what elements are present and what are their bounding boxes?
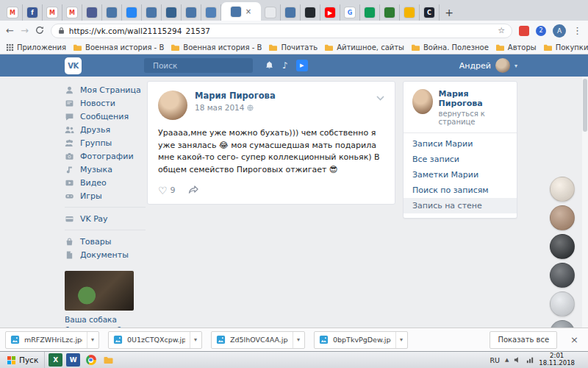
browser-tab[interactable] — [301, 4, 320, 21]
tray-overflow-icon[interactable]: ▲ — [505, 357, 509, 363]
start-button[interactable]: Пуск — [1, 352, 45, 368]
back-to-page-link[interactable]: вернуться к странице — [439, 110, 508, 126]
browser-tab[interactable] — [122, 4, 142, 21]
refresh-button[interactable] — [35, 26, 44, 36]
friend-avatar[interactable] — [550, 291, 575, 316]
bookmark-folder[interactable]: Авторы — [495, 43, 537, 52]
download-menu-icon[interactable]: ▾ — [293, 332, 300, 348]
download-menu-icon[interactable]: ▾ — [190, 332, 197, 348]
back-button[interactable]: ← — [6, 26, 14, 35]
download-item[interactable]: 0U1zCTQXcpw.jpg ▾ — [108, 331, 202, 349]
download-menu-icon[interactable]: ▾ — [87, 332, 94, 348]
music-icon[interactable]: ♪ — [282, 61, 288, 70]
menu-item-notes[interactable]: Заметки Марии — [404, 167, 517, 183]
friend-avatar[interactable] — [550, 177, 575, 202]
notifications-bell-icon[interactable] — [265, 60, 274, 71]
menu-item-wall-post-active[interactable]: Запись на стене — [404, 198, 517, 213]
browser-tab[interactable]: M — [43, 4, 62, 21]
close-downloads-icon[interactable]: × — [570, 334, 578, 345]
post-date[interactable]: 18 мая 2014 — [195, 103, 276, 112]
ad-title[interactable]: Ваша собака боится шума? — [65, 315, 134, 328]
extension-badge-icon[interactable]: 2 — [536, 26, 546, 36]
right-menu-avatar[interactable] — [412, 89, 433, 114]
sidebar-ad[interactable]: Ваша собака боится шума? sileo.ru — [65, 271, 134, 328]
scrollbar-thumb[interactable] — [583, 79, 587, 132]
menu-item-search-posts[interactable]: Поиск по записям — [404, 183, 517, 198]
sidebar-item-messages[interactable]: Сообщения — [65, 110, 146, 123]
bookmark-folder[interactable]: Военная история - В — [73, 43, 164, 52]
menu-item-all-posts[interactable]: Все записи — [404, 152, 517, 167]
bookmark-folder[interactable]: Почитать — [268, 43, 318, 52]
excel-taskbar-icon[interactable]: X — [49, 353, 62, 367]
video-play-icon[interactable]: ▶ — [296, 60, 308, 71]
speaker-icon[interactable] — [514, 356, 521, 364]
search-input[interactable] — [153, 61, 250, 70]
browser-tab[interactable] — [142, 4, 162, 21]
browser-tab[interactable]: M — [3, 4, 23, 21]
explorer-taskbar-icon[interactable] — [101, 353, 115, 367]
vk-logo[interactable]: VK — [65, 57, 82, 74]
chrome-taskbar-icon[interactable] — [84, 353, 98, 367]
browser-tab-active[interactable]: × — [221, 2, 261, 21]
page-scrollbar[interactable] — [582, 77, 588, 328]
browser-tab[interactable] — [102, 4, 122, 21]
sidebar-item-docs[interactable]: Документы — [65, 248, 146, 261]
bookmark-folder[interactable]: Военная история - В — [171, 43, 262, 52]
post-menu-button[interactable] — [376, 91, 384, 120]
bookmark-apps[interactable]: Приложения — [6, 43, 66, 52]
browser-tab[interactable] — [201, 4, 221, 21]
address-bar[interactable]: ☆ — [51, 24, 512, 38]
tab-close-icon[interactable]: × — [245, 8, 251, 15]
browser-tab[interactable]: f — [23, 4, 43, 21]
download-menu-icon[interactable]: ▾ — [395, 332, 403, 348]
browser-tab[interactable] — [360, 4, 380, 21]
bookmark-star-icon[interactable]: ☆ — [498, 26, 505, 35]
browser-tab[interactable]: G — [340, 4, 360, 21]
browser-tab[interactable] — [380, 4, 400, 21]
friend-avatar[interactable] — [550, 320, 575, 328]
friend-avatar[interactable] — [550, 263, 575, 288]
browser-menu-icon[interactable]: ⋮ — [573, 25, 582, 36]
right-menu-name[interactable]: Мария Пирогова — [439, 89, 508, 108]
share-button[interactable] — [187, 184, 200, 197]
forward-button[interactable]: → — [21, 26, 29, 35]
show-all-downloads-button[interactable]: Показать все — [490, 331, 557, 349]
download-item[interactable]: mRFZWHriLzc.jpg ▾ — [5, 331, 99, 349]
sidebar-item-vkpay[interactable]: VK Pay — [65, 212, 146, 225]
like-button[interactable]: ♡ 9 — [158, 185, 176, 196]
post-author-name[interactable]: Мария Пирогова — [195, 91, 276, 101]
browser-tab[interactable] — [162, 4, 182, 21]
url-input[interactable] — [69, 26, 493, 35]
browser-tab[interactable] — [400, 4, 420, 21]
extension-red-icon[interactable] — [519, 26, 529, 36]
sidebar-item-games[interactable]: Игры — [65, 189, 146, 202]
bookmark-folder[interactable]: Война. Полезное — [411, 43, 489, 52]
sidebar-item-market[interactable]: Товары — [65, 235, 146, 248]
browser-tab[interactable]: C — [420, 4, 440, 21]
sidebar-item-friends[interactable]: Друзья — [65, 123, 146, 136]
sidebar-item-video[interactable]: Видео — [65, 176, 146, 189]
new-tab-button[interactable]: + — [440, 4, 459, 21]
browser-tab[interactable] — [82, 4, 102, 21]
browser-tab[interactable]: ▶ — [320, 4, 340, 21]
friend-avatar[interactable] — [550, 205, 575, 230]
menu-item-wall-posts[interactable]: Записи Марии — [404, 136, 517, 152]
ad-image[interactable] — [65, 271, 134, 311]
browser-profile-avatar[interactable]: А — [553, 24, 566, 38]
taskbar-clock[interactable]: 2:01 18.11.2018 — [539, 353, 575, 367]
vk-search[interactable] — [144, 58, 253, 73]
browser-tab[interactable] — [281, 4, 301, 21]
browser-tab[interactable]: M — [62, 4, 82, 21]
post-author-avatar[interactable] — [158, 91, 187, 120]
language-indicator[interactable]: RU — [490, 356, 500, 364]
download-item[interactable]: 0bpTkvPgDew.jpg ▾ — [314, 331, 408, 349]
bookmark-folder[interactable]: Айтишное, сайты — [324, 43, 404, 52]
sidebar-item-profile[interactable]: Моя Страница — [65, 83, 146, 96]
bookmark-folder[interactable]: Покупки — [543, 43, 588, 52]
network-icon[interactable] — [526, 356, 534, 364]
header-user-menu[interactable]: Андрей ▾ — [459, 58, 517, 73]
sidebar-item-music[interactable]: Музыка — [65, 163, 146, 176]
download-item[interactable]: Zd5lhOVC4AA.jpg ▾ — [211, 331, 305, 349]
sidebar-item-news[interactable]: Новости — [65, 96, 146, 110]
browser-tab[interactable] — [182, 4, 201, 21]
